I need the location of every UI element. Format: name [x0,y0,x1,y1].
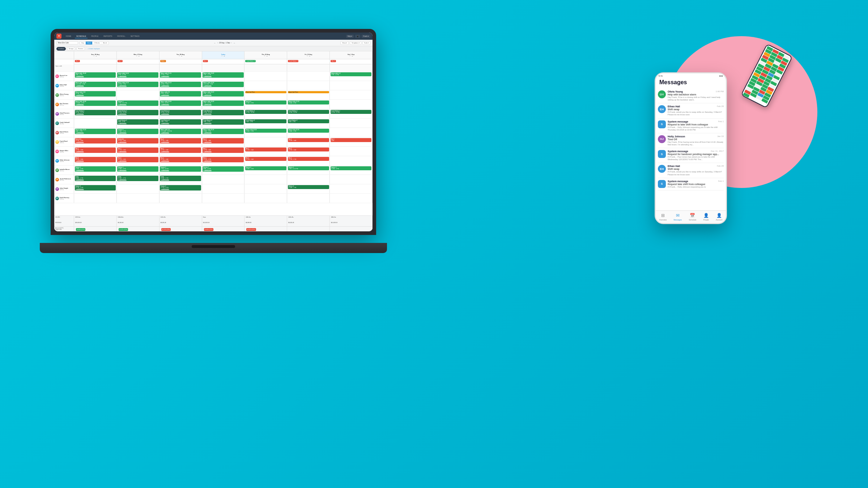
shift-block[interactable]: Cook Station 112 PM - 10 PM [331,110,372,114]
shift-block[interactable]: Bar 210 PM - 2 AM✓ APPROVED [75,157,116,163]
shift-cell-13-4[interactable] [244,194,287,203]
shift-cell-10-2[interactable]: Station 17 PM - 10 PM✓ APPROVED [159,166,202,175]
shift-cell-10-5[interactable]: Station 13 PM - 11:50 PM [287,166,330,175]
open-shift-day-4[interactable] [244,64,287,71]
shift-cell-5-6[interactable] [330,119,373,128]
shift-block[interactable]: Waiter table 11-1511 AM - 6 PM [288,100,329,104]
shift-block[interactable]: Waiter table 16-3010 AM - 5 PM [245,129,286,133]
shift-cell-2-5[interactable]: Upper bar Floor [287,90,330,99]
shift-block[interactable]: Waiter table 169 PM - 10 PM✓ APPROVED [160,91,201,97]
shift-block[interactable]: Waiter table 11-1512 PM - 7 PM✓ APPROVED [160,72,201,78]
shift-cell-9-2[interactable]: Bar 110 PM - 2 AM✓ APPROVED [159,156,202,165]
shift-cell-11-2[interactable]: Cook10 AM - 4 PM✓ APPROVED [159,175,202,184]
phone-nav-account[interactable]: 👤 Account [716,213,722,221]
shift-block[interactable]: Station 110 AM - 3 PM✓ APPROVED [117,166,158,172]
shift-cell-0-0[interactable]: Waiter table 16-209 AM - 3 PM✓ APPROVED [74,72,117,81]
shift-block[interactable]: Bar 11 AM [331,138,372,142]
shift-cell-13-3[interactable] [202,194,245,203]
message-item[interactable]: HJHolly JohnsonJan 10Time OffHey Frank, … [658,133,724,148]
shift-cell-2-0[interactable]: Waiter table 9-1012 PM - 3 PM✓ APPROVED [74,90,117,99]
shift-cell-13-2[interactable] [159,194,202,203]
shift-block[interactable]: Bartender10 PM - 2 AM✓ APPROVED [75,138,116,144]
shift-cell-3-1[interactable]: Station 11 PM - 5:55 PM✓ APPROVED [117,100,159,109]
shift-cell-6-0[interactable]: Waiter table 21-259 AM - 5 PM✓ APPROVED [74,128,117,137]
shift-cell-3-0[interactable]: Waiter table 16-209:03 AM - 3 PM✓ APPROV… [74,100,117,109]
shift-block[interactable]: Station 111 AM - 9 PM [245,100,286,104]
shift-block[interactable]: Cook10 AM - 4 PM✓ APPROVED [117,176,158,181]
shift-cell-9-3[interactable]: Bar 112 PM - 6 PM✓ APPROVED [202,156,245,165]
shift-block[interactable]: Station 212 PM - 8 PM✓ APPROVED [75,185,116,191]
shift-cell-2-1[interactable] [117,90,159,99]
shift-block[interactable]: Upper bar Floor [288,91,329,94]
shift-cell-9-5[interactable]: Bar 112 PM - 6 PM [287,156,330,165]
shift-block[interactable]: Station 110 AM - 3 PM✓ APPROVED [75,166,116,172]
help-button[interactable]: Help ▾ [346,35,354,38]
view-day[interactable]: Day [80,42,85,44]
shift-block[interactable]: Bar 110 PM - 2 AM✓ APPROVED [160,147,201,153]
shift-block[interactable]: Waiter table 19-2012:15 PM - 7 PM✓ APPRO… [203,82,244,87]
shift-cell-12-6[interactable] [330,184,373,193]
filter-groups[interactable]: Groups [67,47,75,51]
shift-cell-1-6[interactable] [330,81,373,90]
nav-reports[interactable]: REPORTS [102,34,114,38]
shift-block[interactable]: Cook Station 29 AM - 4 PM [245,119,286,123]
shift-block[interactable]: Cook Station 29 AM - 4 PM [288,119,329,123]
shift-block[interactable]: Bar 110 PM - 2 AM✓ APPROVED [160,157,201,163]
shift-cell-7-0[interactable]: Bartender10 PM - 2 AM✓ APPROVED [74,137,117,146]
shift-block[interactable]: Bartender10 PM - 2 AM✓ APPROVED [117,138,158,144]
shift-cell-3-2[interactable]: Waiter table 16-203 PM - 10 PM✓ APPROVED [159,100,202,109]
shift-block[interactable]: Cook Station 112 PM - 10 PM [288,110,329,114]
shift-cell-6-3[interactable]: Waiter table 21-2510 AM - 5 PM✓ APPROVED [202,128,245,137]
shift-block[interactable]: Bar 210 PM - 2 AM [288,147,329,151]
shift-block[interactable]: Bar 110 PM - 2 AM [245,157,286,161]
shift-block[interactable]: Waiter table 1-23 PM - 10 PM [331,72,372,76]
shift-cell-11-0[interactable]: Cook10 AM - 4 PM✓ APPROVED [74,175,117,184]
shift-cell-9-0[interactable]: Bar 210 PM - 2 AM✓ APPROVED [74,156,117,165]
message-item[interactable]: EHEthan HallFeb 28Shift swapHi Frank, wo… [658,103,724,118]
shift-cell-13-0[interactable] [74,194,117,203]
shift-cell-1-1[interactable]: Waiter table 11-1512 PM - 7 PM✓ APPROVED [117,81,159,90]
prev-week-button[interactable]: ← [214,42,216,44]
shift-cell-10-0[interactable]: Station 110 AM - 3 PM✓ APPROVED [74,166,117,175]
shift-block[interactable]: Station 212 PM - 8 PM✓ APPROVED [160,185,201,191]
filter-rosters[interactable]: Rosters [76,47,85,51]
show-button[interactable]: Show ▾ [340,41,349,45]
shift-cell-5-5[interactable]: Cook Station 29 AM - 4 PM [287,119,330,128]
shift-block[interactable]: Waiter table 11-1512 PM - 7 PM✓ APPROVED [117,82,158,87]
shift-cell-8-4[interactable]: Bar 110 PM - 2 AM [244,147,287,156]
message-item[interactable]: OYOlivia Young1:06 PMHelp with backdoor … [658,89,724,103]
shift-cell-0-1[interactable]: Waiter table 11-154 PM - 11 PM✓ APPROVED [117,72,159,81]
message-item[interactable]: SSystem messageDec 11, 2017Request for h… [658,148,724,163]
shift-block[interactable]: Station 13 PM - 11:50 PM [288,166,329,170]
shift-block[interactable]: Waiter table 16-209 AM - 3 PM✓ APPROVED [75,72,116,78]
shift-block[interactable]: Bar 110 PM - 1 AM [288,138,329,142]
phone-nav-overview[interactable]: ⊞ Overview [659,213,667,221]
shift-block[interactable]: Waiter table 1811:04 AM - 6:08 PM✓ APPRO… [160,129,201,134]
shift-cell-13-1[interactable] [117,194,159,203]
shift-block[interactable]: Station 78 AM - 12 PM✓ APPROVED [203,166,244,172]
shift-cell-6-4[interactable]: Waiter table 16-3010 AM - 5 PM [244,128,287,137]
shift-cell-12-1[interactable] [117,184,159,193]
user-button[interactable]: Frank ▾ [362,35,370,38]
shift-cell-9-4[interactable]: Bar 110 PM - 2 AM [244,156,287,165]
shift-block[interactable]: Cook Station 29 AM - 4 PM✓ APPROVED [117,119,158,125]
shift-block[interactable]: Bar 110 PM - 2 AM✓ APPROVED [75,147,116,153]
shift-block[interactable]: Waiter table 11-154 PM - 11 PM✓ APPROVED [117,72,158,78]
shift-block[interactable]: Waiter table 16-203 PM - 10 PM✓ APPROVED [203,100,244,106]
open-shift-day-1[interactable] [117,64,159,71]
shift-cell-10-3[interactable]: Station 78 AM - 12 PM✓ APPROVED [202,166,245,175]
shift-block[interactable]: Bar 210 PM - 2 AM✓ APPROVED [117,157,158,163]
shift-cell-8-3[interactable]: Bar 110 PM - 2 AM✓ APPROVED [202,147,245,156]
shift-cell-11-3[interactable] [202,175,245,184]
shift-cell-8-1[interactable]: Bar 110 PM - 2 AM✓ APPROVED [117,147,159,156]
shift-cell-3-3[interactable]: Waiter table 16-203 PM - 10 PM✓ APPROVED [202,100,245,109]
nav-payroll[interactable]: PAYROLL [116,34,127,38]
shift-block[interactable]: Waiter table 21-2510 AM - 5 PM✓ APPROVED [203,129,244,134]
shift-cell-12-0[interactable]: Station 212 PM - 8 PM✓ APPROVED [74,184,117,193]
shift-block[interactable]: Station 110 AM - 3 PM [331,166,372,170]
view-2weeks[interactable]: 2 Weeks [93,42,101,44]
phone-nav-messages[interactable]: ✉ Messages [674,213,682,221]
shift-block[interactable]: Waiter table 21-2510 AM - 5 PM [288,129,329,133]
phone-nav-people[interactable]: 👤 People [703,213,709,221]
shift-block[interactable]: Bar 210 PM - 1 AM✓ APPROVED [160,138,201,144]
